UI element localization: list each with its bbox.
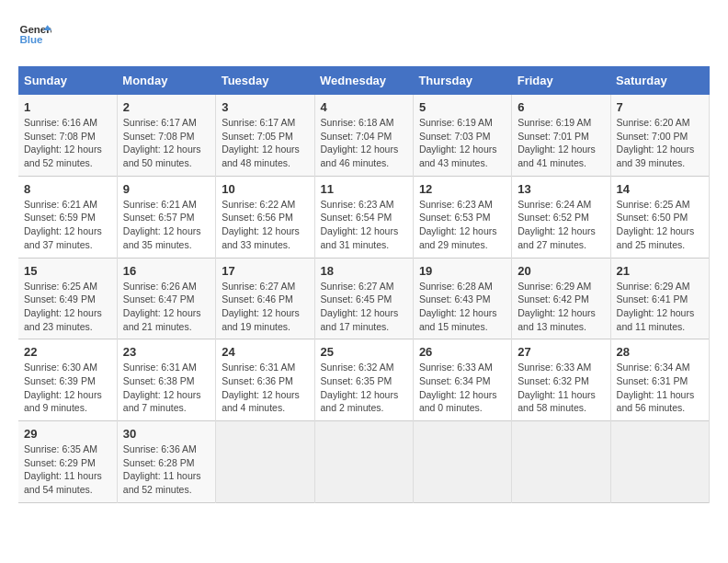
day-info: Sunrise: 6:17 AMSunset: 7:08 PMDaylight:…	[123, 116, 210, 170]
day-info: Sunrise: 6:25 AMSunset: 6:49 PMDaylight:…	[24, 280, 111, 334]
day-info: Sunrise: 6:19 AMSunset: 7:01 PMDaylight:…	[518, 116, 604, 170]
week-row-2: 8Sunrise: 6:21 AMSunset: 6:59 PMDaylight…	[18, 176, 710, 258]
day-cell: 16Sunrise: 6:26 AMSunset: 6:47 PMDayligh…	[117, 258, 215, 339]
day-cell: 8Sunrise: 6:21 AMSunset: 6:59 PMDaylight…	[18, 176, 117, 258]
day-number: 19	[419, 264, 506, 278]
day-info: Sunrise: 6:29 AMSunset: 6:42 PMDaylight:…	[518, 280, 604, 334]
day-number: 24	[222, 345, 308, 359]
day-cell: 25Sunrise: 6:32 AMSunset: 6:35 PMDayligh…	[314, 339, 413, 421]
day-info: Sunrise: 6:21 AMSunset: 6:57 PMDaylight:…	[123, 198, 210, 252]
day-info: Sunrise: 6:30 AMSunset: 6:39 PMDaylight:…	[24, 361, 111, 415]
day-number: 18	[321, 264, 407, 278]
day-number: 1	[24, 100, 111, 114]
day-number: 23	[123, 345, 210, 359]
week-row-4: 22Sunrise: 6:30 AMSunset: 6:39 PMDayligh…	[18, 339, 710, 421]
day-cell: 7Sunrise: 6:20 AMSunset: 7:00 PMDaylight…	[610, 95, 709, 176]
day-info: Sunrise: 6:18 AMSunset: 7:04 PMDaylight:…	[321, 116, 407, 170]
week-row-5: 29Sunrise: 6:35 AMSunset: 6:29 PMDayligh…	[18, 421, 710, 503]
day-info: Sunrise: 6:17 AMSunset: 7:05 PMDaylight:…	[222, 116, 308, 170]
day-cell: 17Sunrise: 6:27 AMSunset: 6:46 PMDayligh…	[216, 258, 314, 339]
day-cell: 15Sunrise: 6:25 AMSunset: 6:49 PMDayligh…	[18, 258, 117, 339]
day-cell: 30Sunrise: 6:36 AMSunset: 6:28 PMDayligh…	[117, 421, 215, 503]
day-number: 16	[123, 264, 210, 278]
day-info: Sunrise: 6:33 AMSunset: 6:34 PMDaylight:…	[419, 361, 506, 415]
day-info: Sunrise: 6:29 AMSunset: 6:41 PMDaylight:…	[617, 280, 703, 334]
day-number: 30	[123, 427, 210, 441]
day-cell	[512, 421, 610, 503]
day-number: 14	[617, 182, 703, 196]
header-cell-tuesday: Tuesday	[216, 66, 314, 95]
day-info: Sunrise: 6:20 AMSunset: 7:00 PMDaylight:…	[617, 116, 703, 170]
day-cell: 13Sunrise: 6:24 AMSunset: 6:52 PMDayligh…	[512, 176, 610, 258]
header-cell-saturday: Saturday	[610, 66, 709, 95]
day-info: Sunrise: 6:23 AMSunset: 6:54 PMDaylight:…	[321, 198, 407, 252]
header-cell-monday: Monday	[117, 66, 215, 95]
day-number: 5	[419, 100, 506, 114]
calendar-body: 1Sunrise: 6:16 AMSunset: 7:08 PMDaylight…	[18, 95, 710, 502]
day-cell: 18Sunrise: 6:27 AMSunset: 6:45 PMDayligh…	[314, 258, 413, 339]
day-number: 17	[222, 264, 308, 278]
day-number: 21	[617, 264, 703, 278]
day-cell: 6Sunrise: 6:19 AMSunset: 7:01 PMDaylight…	[512, 95, 610, 176]
page-header: General Blue	[18, 18, 710, 52]
day-number: 11	[321, 182, 407, 196]
day-number: 26	[419, 345, 506, 359]
day-info: Sunrise: 6:16 AMSunset: 7:08 PMDaylight:…	[24, 116, 111, 170]
day-cell: 3Sunrise: 6:17 AMSunset: 7:05 PMDaylight…	[216, 95, 314, 176]
day-info: Sunrise: 6:32 AMSunset: 6:35 PMDaylight:…	[321, 361, 407, 415]
day-number: 27	[518, 345, 604, 359]
week-row-3: 15Sunrise: 6:25 AMSunset: 6:49 PMDayligh…	[18, 258, 710, 339]
week-row-1: 1Sunrise: 6:16 AMSunset: 7:08 PMDaylight…	[18, 95, 710, 176]
logo-icon: General Blue	[18, 18, 51, 52]
day-info: Sunrise: 6:24 AMSunset: 6:52 PMDaylight:…	[518, 198, 604, 252]
day-cell: 9Sunrise: 6:21 AMSunset: 6:57 PMDaylight…	[117, 176, 215, 258]
day-cell: 1Sunrise: 6:16 AMSunset: 7:08 PMDaylight…	[18, 95, 117, 176]
header-row: SundayMondayTuesdayWednesdayThursdayFrid…	[18, 66, 710, 95]
day-cell: 14Sunrise: 6:25 AMSunset: 6:50 PMDayligh…	[610, 176, 709, 258]
day-number: 13	[518, 182, 604, 196]
day-number: 10	[222, 182, 308, 196]
day-cell: 23Sunrise: 6:31 AMSunset: 6:38 PMDayligh…	[117, 339, 215, 421]
day-cell	[610, 421, 709, 503]
day-info: Sunrise: 6:21 AMSunset: 6:59 PMDaylight:…	[24, 198, 111, 252]
day-cell	[314, 421, 413, 503]
day-info: Sunrise: 6:19 AMSunset: 7:03 PMDaylight:…	[419, 116, 506, 170]
day-number: 12	[419, 182, 506, 196]
calendar-table: SundayMondayTuesdayWednesdayThursdayFrid…	[18, 66, 710, 503]
day-info: Sunrise: 6:34 AMSunset: 6:31 PMDaylight:…	[617, 361, 703, 415]
day-number: 8	[24, 182, 111, 196]
day-cell: 4Sunrise: 6:18 AMSunset: 7:04 PMDaylight…	[314, 95, 413, 176]
calendar-header: SundayMondayTuesdayWednesdayThursdayFrid…	[18, 66, 710, 95]
day-info: Sunrise: 6:36 AMSunset: 6:28 PMDaylight:…	[123, 442, 210, 497]
day-info: Sunrise: 6:31 AMSunset: 6:36 PMDaylight:…	[222, 361, 308, 415]
day-cell: 10Sunrise: 6:22 AMSunset: 6:56 PMDayligh…	[216, 176, 314, 258]
day-cell: 22Sunrise: 6:30 AMSunset: 6:39 PMDayligh…	[18, 339, 117, 421]
day-cell: 12Sunrise: 6:23 AMSunset: 6:53 PMDayligh…	[413, 176, 511, 258]
day-info: Sunrise: 6:35 AMSunset: 6:29 PMDaylight:…	[24, 442, 111, 497]
day-info: Sunrise: 6:27 AMSunset: 6:45 PMDaylight:…	[321, 280, 407, 334]
day-cell	[216, 421, 314, 503]
day-info: Sunrise: 6:33 AMSunset: 6:32 PMDaylight:…	[518, 361, 604, 415]
day-cell: 2Sunrise: 6:17 AMSunset: 7:08 PMDaylight…	[117, 95, 215, 176]
day-cell: 29Sunrise: 6:35 AMSunset: 6:29 PMDayligh…	[18, 421, 117, 503]
day-number: 7	[617, 100, 703, 114]
day-info: Sunrise: 6:25 AMSunset: 6:50 PMDaylight:…	[617, 198, 703, 252]
day-cell	[413, 421, 511, 503]
day-info: Sunrise: 6:23 AMSunset: 6:53 PMDaylight:…	[419, 198, 506, 252]
day-number: 2	[123, 100, 210, 114]
header-cell-friday: Friday	[512, 66, 610, 95]
day-number: 15	[24, 264, 111, 278]
day-cell: 19Sunrise: 6:28 AMSunset: 6:43 PMDayligh…	[413, 258, 511, 339]
day-info: Sunrise: 6:27 AMSunset: 6:46 PMDaylight:…	[222, 280, 308, 334]
day-number: 3	[222, 100, 308, 114]
day-info: Sunrise: 6:22 AMSunset: 6:56 PMDaylight:…	[222, 198, 308, 252]
day-number: 28	[617, 345, 703, 359]
day-number: 20	[518, 264, 604, 278]
header-cell-sunday: Sunday	[18, 66, 117, 95]
day-info: Sunrise: 6:31 AMSunset: 6:38 PMDaylight:…	[123, 361, 210, 415]
day-number: 22	[24, 345, 111, 359]
day-number: 29	[24, 427, 111, 441]
day-cell: 21Sunrise: 6:29 AMSunset: 6:41 PMDayligh…	[610, 258, 709, 339]
header-cell-thursday: Thursday	[413, 66, 511, 95]
day-number: 6	[518, 100, 604, 114]
